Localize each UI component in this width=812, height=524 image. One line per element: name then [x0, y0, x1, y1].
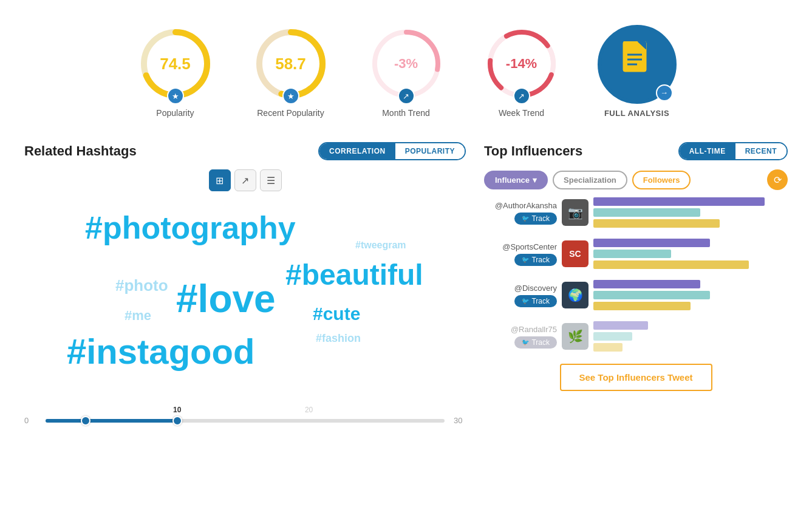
word-cloud: #photography #love #beautiful #instagood…: [24, 197, 466, 404]
month-trend-circle: -3% ↗: [367, 24, 446, 103]
influencer-info-1: @AuthorAkansha 🐦 Track: [484, 201, 557, 225]
full-analysis-badge: →: [656, 84, 673, 101]
track-button-1[interactable]: 🐦 Track: [514, 213, 557, 225]
twitter-icon-3: 🐦: [522, 298, 529, 304]
see-tweet-button[interactable]: See Top Influencers Tweet: [560, 364, 712, 391]
tab-recent[interactable]: RECENT: [735, 143, 786, 159]
tab-popularity[interactable]: POPULARITY: [395, 143, 465, 159]
influencer-row-2: @SportsCenter 🐦 Track SC: [484, 239, 788, 269]
left-panel: Related Hashtags CORRELATION POPULARITY …: [24, 142, 466, 425]
word-beautiful: #beautiful: [285, 258, 423, 291]
arrow-icon: ▾: [533, 175, 537, 185]
full-analysis-circle[interactable]: →: [598, 25, 677, 104]
slider-row: 0 10 20 30: [24, 416, 466, 425]
hashtags-header: Related Hashtags CORRELATION POPULARITY: [24, 142, 466, 160]
avatar-3: 🌍: [562, 282, 589, 308]
metric-week-trend: -14% ↗ Week Trend: [482, 24, 561, 118]
word-tweegram: #tweegram: [355, 240, 406, 251]
week-trend-badge: ↗: [513, 87, 530, 104]
word-photography: #photography: [85, 209, 296, 246]
slider-thumb-2[interactable]: [172, 416, 182, 426]
view-btn-bar[interactable]: ↗: [234, 169, 256, 191]
influencer-row-4: @Randallr75 🐦 Track 🌿: [484, 321, 788, 352]
bar-1-teal: [593, 208, 700, 217]
recent-popularity-label: Recent Popularity: [257, 108, 324, 118]
week-trend-circle: -14% ↗: [482, 24, 561, 103]
twitter-icon-2: 🐦: [522, 256, 529, 263]
influencers-header: Top Influencers ALL-TIME RECENT: [484, 142, 788, 160]
word-cute: #cute: [313, 304, 360, 324]
word-me: #me: [125, 308, 151, 324]
bar-3-teal: [593, 291, 710, 299]
slider-track[interactable]: 10 20: [46, 419, 445, 423]
metric-recent-popularity: 58.7 ★ Recent Popularity: [251, 24, 330, 118]
bar-4-purple: [593, 321, 648, 330]
popularity-circle: 74.5 ★: [136, 24, 215, 103]
bar-2-purple: [593, 239, 710, 247]
track-button-4[interactable]: 🐦 Track: [514, 336, 557, 349]
popularity-label: Popularity: [156, 108, 194, 118]
track-button-2[interactable]: 🐦 Track: [514, 254, 557, 266]
word-fashion: #fashion: [316, 332, 361, 345]
month-trend-value: -3%: [394, 56, 418, 72]
right-panel: Top Influencers ALL-TIME RECENT Influenc…: [484, 142, 788, 425]
bars-3: [593, 280, 788, 310]
bar-2-yellow: [593, 260, 749, 269]
influencer-name-1: @AuthorAkansha: [495, 201, 557, 210]
share-button[interactable]: ⟳: [767, 169, 788, 190]
bar-3-yellow: [593, 302, 691, 310]
tab-correlation[interactable]: CORRELATION: [319, 143, 395, 159]
recent-popularity-value: 58.7: [275, 55, 306, 73]
avatar-1: 📷: [562, 199, 589, 226]
influencer-name-4: @Randallr75: [511, 325, 557, 334]
influencer-name-3: @Discovery: [514, 284, 557, 293]
bar-1-yellow: [593, 219, 720, 228]
influencer-name-2: @SportsCenter: [502, 242, 557, 251]
avatar-4: 🌿: [562, 323, 589, 350]
full-analysis-label: FULL ANALYSIS: [604, 109, 669, 118]
week-trend-label: Week Trend: [499, 108, 544, 118]
word-photo: #photo: [115, 276, 168, 295]
filter-influence[interactable]: Influence ▾: [484, 171, 548, 189]
metrics-row: 74.5 ★ Popularity 58.7 ★ Recent Populari…: [24, 12, 788, 136]
influencer-info-3: @Discovery 🐦 Track: [484, 284, 557, 307]
influencer-info-4: @Randallr75 🐦 Track: [484, 325, 557, 349]
bars-4: [593, 321, 788, 352]
filter-specialization[interactable]: Specialization: [553, 171, 627, 189]
month-trend-label: Month Trend: [382, 108, 430, 118]
influencer-row-3: @Discovery 🐦 Track 🌍: [484, 280, 788, 310]
twitter-icon-4: 🐦: [522, 339, 529, 345]
bar-1-purple: [593, 197, 765, 206]
influencers-tab-group: ALL-TIME RECENT: [678, 142, 788, 160]
month-trend-badge: ↗: [398, 87, 415, 104]
bars-1: [593, 197, 788, 228]
avatar-2: SC: [562, 240, 589, 267]
document-icon: [620, 41, 653, 87]
hashtags-title: Related Hashtags: [24, 143, 137, 159]
hashtags-tab-group: CORRELATION POPULARITY: [318, 142, 466, 160]
recent-popularity-circle: 58.7 ★: [251, 24, 330, 103]
word-instagood: #instagood: [67, 331, 254, 372]
popularity-badge: ★: [167, 87, 184, 104]
filter-followers[interactable]: Followers: [632, 171, 691, 189]
metric-month-trend: -3% ↗ Month Trend: [367, 24, 446, 118]
week-trend-value: -14%: [506, 56, 537, 72]
view-toggle: ⊞ ↗ ☰: [24, 169, 466, 191]
bar-4-teal: [593, 332, 632, 341]
track-button-3[interactable]: 🐦 Track: [514, 295, 557, 307]
metric-full-analysis[interactable]: → FULL ANALYSIS: [598, 25, 677, 118]
content-row: Related Hashtags CORRELATION POPULARITY …: [24, 142, 788, 425]
twitter-icon-1: 🐦: [522, 215, 529, 222]
view-btn-list[interactable]: ☰: [260, 169, 282, 191]
main-container: 74.5 ★ Popularity 58.7 ★ Recent Populari…: [0, 0, 812, 437]
share-icon: ⟳: [774, 174, 782, 186]
influencer-filters: Influence ▾ Specialization Followers ⟳: [484, 169, 788, 190]
influencer-info-2: @SportsCenter 🐦 Track: [484, 242, 557, 266]
influencer-row-1: @AuthorAkansha 🐦 Track 📷: [484, 197, 788, 228]
slider-min: 0: [24, 416, 36, 425]
bar-3-purple: [593, 280, 700, 288]
tab-all-time[interactable]: ALL-TIME: [680, 143, 735, 159]
view-btn-cloud[interactable]: ⊞: [209, 169, 231, 191]
slider-thumb-1[interactable]: [81, 416, 90, 426]
popularity-value: 74.5: [160, 55, 191, 73]
